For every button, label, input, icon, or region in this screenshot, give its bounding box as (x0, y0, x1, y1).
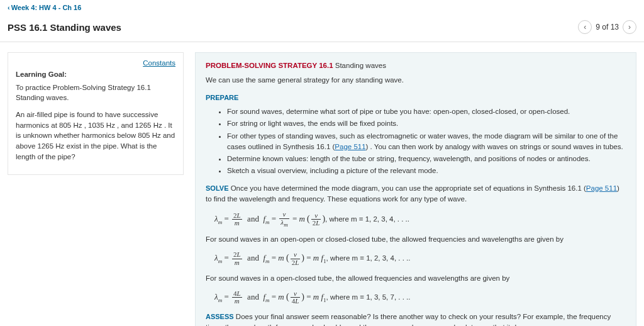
equation-openclosed: λm = 4Lm and fm = m (v4L) = m f1, where … (214, 290, 626, 305)
problem-statement: An air-filled pipe is found to have succ… (16, 110, 175, 162)
breadcrumb-back[interactable]: ‹Week 4: HW 4 - Ch 16 (0, 0, 644, 15)
equation-openopen: λm = 2Lm and fm = m (v2L) = m f1, where … (214, 251, 626, 266)
page-link[interactable]: Page 511 (335, 143, 365, 150)
prepare-list: For sound waves, determine what sort of … (227, 106, 626, 177)
page-link-2[interactable]: Page 511 (586, 184, 617, 192)
list-item: For string or light waves, the ends will… (227, 118, 626, 129)
strategy-heading-rest: Standing waves (333, 62, 386, 69)
page-title: PSS 16.1 Standing waves (8, 22, 121, 33)
learning-goal-body: To practice Problem-Solving Strategy 16.… (16, 82, 175, 103)
content: Constants Learning Goal: To practice Pro… (0, 42, 644, 326)
assess-label: ASSESS (206, 313, 234, 320)
next-button[interactable]: › (623, 20, 636, 34)
assess-para: ASSESS Does your final answer seem reaso… (206, 312, 626, 326)
title-bar: PSS 16.1 Standing waves ‹ 9 of 13 › (0, 15, 644, 42)
solve-para: SOLVE Once you have determined the mode … (206, 183, 626, 205)
chevron-left-icon: ‹ (8, 4, 10, 11)
prev-button[interactable]: ‹ (578, 20, 592, 34)
constants-link[interactable]: Constants (143, 58, 175, 69)
openopen-text: For sound waves in an open-open or close… (206, 234, 626, 245)
strategy-heading: PROBLEM-SOLVING STRATEGY 16.1 Standing w… (206, 60, 626, 71)
solve-label: SOLVE (206, 184, 228, 192)
openclosed-text: For sound waves in a open-closed tube, t… (206, 273, 626, 284)
strategy-intro: We can use the same general strategy for… (206, 75, 626, 86)
equation-general: λm = 2Lm and fm = vλm = m (v2L), where m… (214, 211, 626, 228)
list-item: For sound waves, determine what sort of … (227, 106, 626, 117)
pager: ‹ 9 of 13 › (578, 20, 636, 34)
pager-label: 9 of 13 (596, 23, 619, 31)
list-item: For other types of standing waves, such … (227, 131, 626, 153)
prepare-label: PREPARE (206, 93, 626, 103)
list-item: Sketch a visual overview, including a pi… (227, 166, 626, 176)
strategy-heading-red: PROBLEM-SOLVING STRATEGY 16.1 (206, 62, 333, 69)
breadcrumb-label: Week 4: HW 4 - Ch 16 (11, 4, 82, 11)
strategy-panel: PROBLEM-SOLVING STRATEGY 16.1 Standing w… (195, 52, 636, 326)
learning-goal-panel: Constants Learning Goal: To practice Pro… (8, 52, 184, 175)
learning-goal-heading: Learning Goal: (16, 69, 175, 80)
list-item: Determine known values: length of the tu… (227, 154, 626, 164)
